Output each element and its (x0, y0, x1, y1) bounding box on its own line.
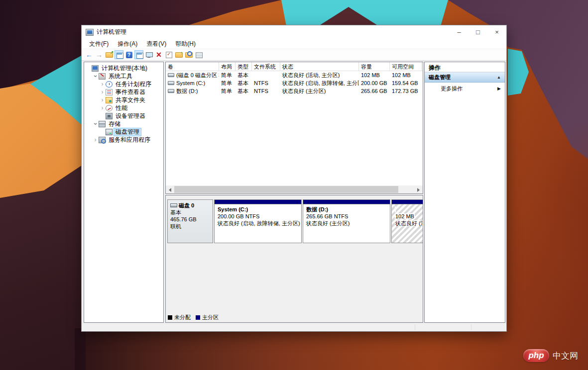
disk-0-row: 磁盘 0 基本 465.76 GB 联机 System (C:)200.00 G… (167, 199, 423, 243)
more-actions-item[interactable]: 更多操作 ▶ (425, 83, 505, 94)
disk-management-section-header[interactable]: 磁盘管理 ▲ (425, 72, 505, 83)
expander-icon[interactable]: › (93, 121, 99, 127)
scroll-right-arrow[interactable] (415, 185, 423, 193)
delete-icon[interactable] (154, 50, 163, 59)
tree-item-event-viewer[interactable]: ›事件查看器 (84, 88, 163, 96)
expander-icon[interactable]: › (99, 81, 106, 87)
minimize-button[interactable]: – (450, 25, 469, 39)
tree-item-label[interactable]: 事件查看器 (114, 89, 147, 96)
table-cell: 159.54 GB (390, 80, 422, 86)
scrollbar-thumb[interactable] (174, 186, 398, 193)
partition-color-bar (215, 200, 301, 204)
volume-row-2[interactable]: 数据 (D:)简单基本NTFS状态良好 (主分区)265.66 GB172.73… (166, 87, 423, 95)
tree-item-label[interactable]: 任务计划程序 (114, 81, 153, 88)
partition-name-text: System (C:) (218, 206, 248, 212)
column-header-1[interactable]: 布局 (219, 62, 235, 71)
tree-item-label[interactable]: 计算机管理(本地) (100, 65, 149, 72)
performance-icon (106, 105, 113, 111)
back-icon[interactable] (85, 50, 94, 59)
folder-up-icon[interactable] (174, 50, 183, 59)
cell-text: 265.66 GB (361, 88, 387, 94)
collapse-icon[interactable]: ▲ (497, 75, 501, 80)
cell-text: 基本 (237, 88, 248, 95)
status-text: 状态良好 (主分区) (306, 220, 350, 226)
scroll-left-arrow[interactable] (166, 185, 174, 193)
console-tree-icon[interactable] (115, 50, 123, 59)
action-pane-icon[interactable] (134, 50, 143, 59)
status-divider (415, 324, 415, 330)
title-bar[interactable]: 计算机管理 –□× (82, 25, 506, 39)
tree-item-label[interactable]: 服务和应用程序 (107, 136, 152, 144)
disk-type: 基本 (170, 209, 210, 216)
export-icon[interactable] (105, 50, 114, 59)
partition-status-line: 状态良好 (启动, 故障转储, 主分区) (218, 220, 298, 227)
partition-body: 数据 (D:)265.66 GB NTFS状态良好 (主分区) (303, 204, 390, 228)
tree-item-label[interactable]: 存储 (107, 120, 122, 128)
menu-item-3[interactable]: 帮助(H) (171, 40, 200, 48)
tree: 计算机管理(本地)›系统工具›任务计划程序›事件查看器›共享文件夹›性能设备管理… (84, 62, 163, 322)
partition-size-line: 200.00 GB NTFS (218, 213, 298, 220)
tree-item-storage[interactable]: ›存储 (84, 120, 163, 128)
tree-item-label[interactable]: 设备管理器 (114, 112, 147, 120)
display-icon[interactable] (144, 50, 153, 59)
menu-item-0[interactable]: 文件(F) (85, 40, 113, 48)
device-manager-icon (106, 113, 113, 119)
wallpaper-rock-bottom (75, 328, 523, 370)
tree-item-label[interactable]: 性能 (114, 104, 129, 112)
volume-icon (168, 81, 174, 85)
tree-item-services-apps[interactable]: ›服务和应用程序 (84, 136, 163, 144)
tree-item-device-manager[interactable]: 设备管理器 (84, 112, 163, 120)
tree-item-system-tools[interactable]: ›系统工具 (84, 72, 163, 80)
tree-item-task-scheduler[interactable]: ›任务计划程序 (84, 80, 163, 88)
column-header-4[interactable]: 状态 (280, 62, 359, 71)
table-cell: 102 MB (390, 72, 422, 78)
column-header-6[interactable]: 可用空间 (390, 62, 422, 71)
computer-icon (92, 65, 99, 72)
disk-0-info[interactable]: 磁盘 0 基本 465.76 GB 联机 (167, 199, 213, 243)
table-cell: NTFS (252, 80, 280, 86)
details-icon[interactable] (194, 50, 203, 59)
horizontal-scrollbar[interactable] (166, 185, 423, 193)
tree-item-disk-management[interactable]: 磁盘管理 (84, 128, 163, 136)
section-title: 磁盘管理 (429, 74, 451, 81)
cell-text: 172.73 GB (392, 88, 418, 94)
tree-item-shared-folders[interactable]: ›共享文件夹 (84, 96, 163, 104)
expander-icon[interactable]: › (99, 89, 106, 95)
expander-icon[interactable]: › (99, 97, 106, 103)
volume-row-0[interactable]: (磁盘 0 磁盘分区 3)简单基本状态良好 (活动, 主分区)102 MB102… (166, 71, 423, 79)
tree-item-label[interactable]: 共享文件夹 (114, 96, 147, 104)
task-scheduler-icon (106, 81, 113, 88)
watermark: php 中文网 (523, 349, 578, 362)
volume-row-1[interactable]: System (C:)简单基本NTFS状态良好 (启动, 故障转储, 主分区)2… (166, 79, 423, 87)
legend-swatch (196, 315, 200, 320)
folder-search-icon[interactable] (184, 50, 193, 59)
forward-icon[interactable] (95, 50, 104, 59)
table-cell: 简单 (219, 72, 235, 79)
expander-icon[interactable]: › (93, 73, 99, 80)
menu-item-1[interactable]: 操作(A) (113, 40, 142, 48)
column-header-5[interactable]: 容量 (359, 62, 390, 71)
task-check-icon[interactable] (164, 50, 173, 59)
partition-2[interactable]: 102 MB状态良好 (活动, 主分区) (391, 199, 423, 243)
maximize-button[interactable]: □ (469, 25, 487, 39)
column-header-2[interactable]: 类型 (235, 62, 252, 71)
expander-icon[interactable]: › (99, 105, 106, 111)
tree-item-computer[interactable]: 计算机管理(本地) (84, 64, 163, 72)
partition-size-line: 265.66 GB NTFS (306, 213, 387, 220)
menu-item-2[interactable]: 查看(V) (142, 40, 171, 48)
partition-0[interactable]: System (C:)200.00 GB NTFS状态良好 (启动, 故障转储,… (214, 199, 302, 243)
status-text: 状态良好 (启动, 故障转储, 主分区) (218, 220, 300, 226)
column-header-0[interactable]: 卷 (166, 62, 219, 71)
expander-icon[interactable]: › (92, 137, 99, 143)
column-header-3[interactable]: 文件系统 (252, 62, 280, 71)
help-icon[interactable] (124, 50, 133, 59)
tree-item-label[interactable]: 磁盘管理 (114, 128, 141, 136)
partition-1[interactable]: 数据 (D:)265.66 GB NTFS状态良好 (主分区) (303, 199, 390, 243)
close-button[interactable]: × (487, 25, 506, 39)
legend-label: 主分区 (202, 314, 219, 321)
tree-item-label[interactable]: 系统工具 (107, 73, 134, 80)
php-logo: php (523, 349, 549, 362)
tree-item-performance[interactable]: ›性能 (84, 104, 163, 112)
cell-text: 状态良好 (活动, 主分区) (282, 72, 340, 79)
cell-text: 状态良好 (启动, 故障转储, 主分区) (282, 80, 359, 87)
